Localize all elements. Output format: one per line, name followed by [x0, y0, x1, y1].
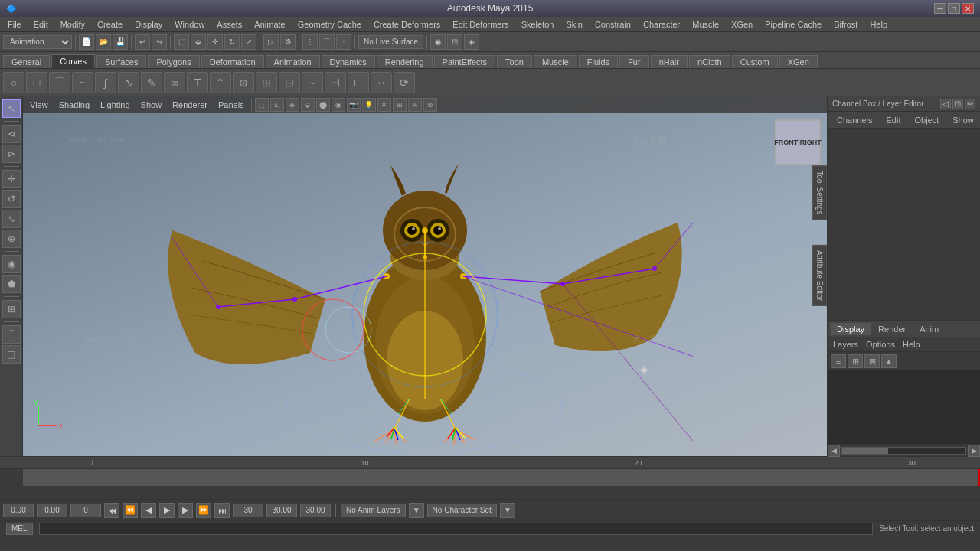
viewport[interactable]: View Shading Lighting Show Renderer Pane… — [23, 96, 827, 456]
shelf-icon-ep-curve[interactable]: ∿ — [118, 72, 139, 93]
shelf-icon-helix[interactable]: ∞ — [164, 72, 185, 93]
shelf-tab-muscle[interactable]: Muscle — [534, 55, 577, 68]
open-scene-button[interactable]: 📂 — [96, 34, 111, 50]
timeline-bar[interactable] — [23, 469, 980, 486]
menu-character[interactable]: Character — [639, 19, 684, 30]
symmetry-button[interactable]: ⊡ — [447, 34, 462, 50]
vp-menu-view[interactable]: View — [26, 99, 52, 110]
menu-window[interactable]: Window — [170, 19, 209, 30]
vp-xray-icon[interactable]: ◉ — [332, 98, 345, 112]
char-set-dropdown[interactable]: ▼ — [500, 503, 515, 518]
layers-menu[interactable]: Layers — [831, 340, 861, 349]
menu-animate[interactable]: Animate — [250, 19, 289, 30]
new-scene-button[interactable]: 📄 — [79, 34, 94, 50]
shelf-icon-bezier[interactable]: ∫ — [95, 72, 116, 93]
menu-muscle[interactable]: Muscle — [688, 19, 724, 30]
menu-assets[interactable]: Assets — [212, 19, 247, 30]
shelf-icon-reverse[interactable]: ↔ — [371, 72, 392, 93]
scroll-right-button[interactable]: ▶ — [968, 445, 980, 457]
lasso-button[interactable]: ⊲ — [2, 125, 21, 143]
soft-mod-button[interactable]: ◉ — [2, 255, 21, 273]
menu-display[interactable]: Display — [130, 19, 167, 30]
vp-light-icon[interactable]: 💡 — [362, 98, 376, 112]
menu-create-deformers[interactable]: Create Deformers — [369, 19, 445, 30]
shelf-tab-fur[interactable]: Fur — [619, 55, 649, 68]
select-mode-button[interactable]: ↖ — [2, 99, 21, 118]
menu-help[interactable]: Help — [865, 19, 892, 30]
shelf-tab-toon[interactable]: Toon — [497, 55, 532, 68]
current-time-field[interactable] — [3, 504, 34, 517]
scale-button[interactable]: ⤡ — [2, 210, 21, 228]
soft-select-button[interactable]: ◉ — [430, 34, 446, 50]
vp-snap-icon[interactable]: ⊡ — [270, 98, 284, 112]
edit-tab[interactable]: Edit — [880, 114, 906, 126]
vp-ssa-icon[interactable]: ⊗ — [423, 98, 437, 112]
shelf-icon-circle[interactable]: ○ — [3, 72, 24, 93]
curve-tool-button[interactable]: ⌒ — [2, 325, 21, 344]
render-scene-button[interactable]: ▷ — [263, 34, 279, 50]
shelf-tab-surfaces[interactable]: Surfaces — [96, 55, 146, 68]
snap-curve-button[interactable]: ⌒ — [319, 34, 335, 50]
vp-hud-icon[interactable]: ⊞ — [393, 98, 407, 112]
help-menu[interactable]: Help — [900, 340, 923, 349]
options-menu[interactable]: Options — [864, 340, 897, 349]
paint-select-button[interactable]: ⊳ — [2, 145, 21, 163]
vp-wireframe-icon[interactable]: ⬙ — [301, 98, 315, 112]
menu-create[interactable]: Create — [93, 19, 127, 30]
frame-field-3[interactable] — [70, 504, 101, 517]
maximize-button[interactable]: □ — [948, 3, 960, 14]
display-tab[interactable]: Display — [831, 323, 871, 335]
shelf-tab-painteffects[interactable]: PaintEffects — [434, 55, 496, 68]
panel-header-btn-3[interactable]: ✏ — [965, 99, 975, 109]
prev-frame-button[interactable]: ◀ — [141, 503, 156, 518]
render-tab[interactable]: Render — [872, 323, 912, 335]
snap-grid-button[interactable]: ⋮ — [302, 34, 318, 50]
scale-tool-button[interactable]: ⤢ — [241, 34, 256, 50]
vp-menu-lighting[interactable]: Lighting — [96, 99, 134, 110]
vp-menu-shading[interactable]: Shading — [55, 99, 93, 110]
vp-grid-icon[interactable]: # — [377, 98, 391, 112]
menu-pipeline-cache[interactable]: Pipeline Cache — [760, 19, 826, 30]
shelf-icon-duplicate[interactable]: ⊕ — [233, 72, 254, 93]
shelf-icon-offset[interactable]: ⊢ — [348, 72, 369, 93]
menu-xgen[interactable]: XGen — [727, 19, 757, 30]
save-scene-button[interactable]: 💾 — [113, 34, 128, 50]
scroll-track[interactable] — [841, 447, 966, 455]
layer-icon-1[interactable]: ≡ — [831, 354, 846, 368]
frame-field-2[interactable] — [37, 504, 67, 517]
menu-bifrost[interactable]: Bifrost — [829, 19, 862, 30]
render-settings-button[interactable]: ⚙ — [280, 34, 296, 50]
end-frame-field[interactable] — [233, 504, 263, 517]
menu-edit-deformers[interactable]: Edit Deformers — [448, 19, 513, 30]
shelf-tab-fluids[interactable]: Fluids — [579, 55, 618, 68]
no-live-surface-label[interactable]: No Live Surface — [358, 35, 423, 49]
menu-skin[interactable]: Skin — [561, 19, 586, 30]
undo-button[interactable]: ↩ — [135, 34, 150, 50]
vp-menu-show[interactable]: Show — [137, 99, 166, 110]
shelf-icon-attach[interactable]: ⊞ — [256, 72, 277, 93]
animation-preset-select[interactable]: Animation Modeling Rigging — [3, 35, 72, 49]
step-forward-button[interactable]: ⏩ — [196, 503, 211, 518]
vp-camera-icon[interactable]: 📷 — [347, 98, 361, 112]
show-tab[interactable]: Show — [946, 114, 980, 126]
command-input[interactable] — [39, 523, 874, 535]
snap-point-button[interactable]: · — [336, 34, 351, 50]
shelf-icon-fillet[interactable]: ⌣ — [302, 72, 323, 93]
menu-constrain[interactable]: Constrain — [590, 19, 635, 30]
shelf-tab-polygons[interactable]: Polygons — [148, 55, 199, 68]
redo-button[interactable]: ↪ — [152, 34, 167, 50]
shelf-icon-curve3[interactable]: ⌃ — [210, 72, 231, 93]
shelf-icon-pencil[interactable]: ✎ — [141, 72, 162, 93]
menu-skeleton[interactable]: Skeleton — [517, 19, 559, 30]
anim-layer-dropdown[interactable]: ▼ — [409, 503, 424, 518]
vp-isolate-icon[interactable]: ◈ — [286, 98, 299, 112]
rotate-button[interactable]: ↺ — [2, 190, 21, 208]
go-start-button[interactable]: ⏮ — [104, 503, 119, 518]
vp-menu-renderer[interactable]: Renderer — [168, 99, 211, 110]
channels-tab[interactable]: Channels — [831, 114, 878, 126]
step-back-button[interactable]: ⏪ — [122, 503, 138, 518]
shelf-tab-ncloth[interactable]: nCloth — [689, 55, 730, 68]
lasso-select-button[interactable]: ⬙ — [191, 34, 206, 50]
vp-select-icon[interactable]: ⬚ — [255, 98, 269, 112]
mel-button[interactable]: MEL — [6, 523, 33, 535]
